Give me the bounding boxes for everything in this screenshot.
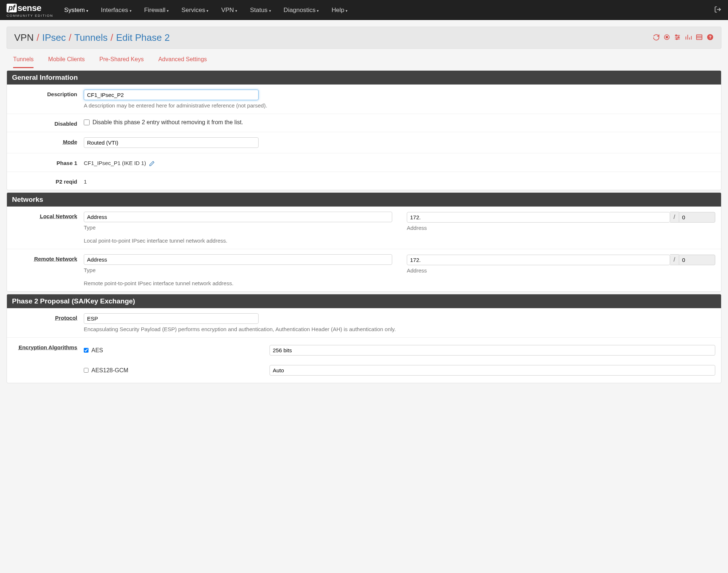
breadcrumb-tunnels[interactable]: Tunnels (74, 32, 108, 43)
logout-icon[interactable] (714, 6, 721, 15)
logo-pf: pf (7, 4, 17, 12)
phase1-edit-link[interactable] (147, 160, 155, 166)
caret-down-icon: ▾ (346, 9, 347, 13)
remote-type-select[interactable]: Address (84, 254, 392, 265)
svg-text:?: ? (709, 35, 711, 39)
help-description: A description may be entered here for ad… (84, 102, 715, 109)
enc-aes-bits-select[interactable]: 256 bits (269, 345, 715, 356)
sublabel-remote-type: Type (84, 267, 392, 273)
svg-rect-2 (666, 36, 668, 38)
breadcrumb-panel: VPN / IPsec / Tunnels / Edit Phase 2 ? (7, 27, 721, 49)
remote-cidr-select[interactable]: 0 (679, 255, 715, 265)
disabled-checkbox[interactable] (84, 119, 90, 125)
panel-phase2-proposal: Phase 2 Proposal (SA/Key Exchange) Proto… (7, 294, 721, 383)
breadcrumb-sep: / (111, 32, 113, 43)
phase1-value: CF1_IPsec_P1 (IKE ID 1) (84, 160, 146, 166)
caret-down-icon: ▾ (130, 9, 131, 13)
svg-point-6 (676, 35, 677, 36)
enc-aes128gcm-label: AES128-GCM (91, 367, 128, 374)
breadcrumb-sep: / (69, 32, 71, 43)
nav-help[interactable]: Help▾ (331, 7, 347, 14)
caret-down-icon: ▾ (206, 9, 208, 13)
tab-tunnels[interactable]: Tunnels (13, 56, 34, 68)
label-protocol: Protocol (13, 313, 84, 321)
label-local-network: Local Network (13, 212, 84, 219)
nav-interfaces[interactable]: Interfaces▾ (101, 7, 131, 14)
breadcrumb-sep: / (36, 32, 39, 43)
label-remote-network: Remote Network (13, 254, 84, 262)
caret-down-icon: ▾ (86, 9, 88, 13)
caret-down-icon: ▾ (269, 9, 271, 13)
panel-header: General Information (7, 71, 721, 85)
enc-aes128gcm-checkbox[interactable] (84, 368, 88, 373)
pencil-icon (149, 161, 155, 166)
breadcrumb: VPN / IPsec / Tunnels / Edit Phase 2 (14, 32, 170, 43)
cidr-separator: / (670, 254, 679, 265)
nav-services[interactable]: Services▾ (181, 7, 208, 14)
tabs: Tunnels Mobile Clients Pre-Shared Keys A… (7, 49, 721, 68)
svg-rect-13 (697, 35, 702, 39)
panel-networks: Networks Local Network Address Type / (7, 192, 721, 292)
mode-select[interactable]: Routed (VTI) (84, 137, 259, 148)
nav-status[interactable]: Status▾ (250, 7, 271, 14)
breadcrumb-root: VPN (14, 32, 34, 43)
nav-system[interactable]: System▾ (64, 7, 88, 14)
nav-firewall[interactable]: Firewall▾ (144, 7, 169, 14)
caret-down-icon: ▾ (167, 9, 169, 13)
nav-items: System▾ Interfaces▾ Firewall▾ Services▾ … (64, 7, 714, 14)
local-cidr-select[interactable]: 0 (679, 212, 715, 223)
panel-header: Phase 2 Proposal (SA/Key Exchange) (7, 294, 721, 308)
tab-pre-shared-keys[interactable]: Pre-Shared Keys (99, 56, 144, 68)
local-address-input[interactable] (407, 212, 670, 223)
chart-icon[interactable] (685, 34, 692, 42)
label-disabled: Disabled (13, 119, 84, 127)
svg-point-8 (676, 38, 677, 39)
breadcrumb-current[interactable]: Edit Phase 2 (116, 32, 170, 43)
nav-vpn[interactable]: VPN▾ (221, 7, 237, 14)
top-navbar: pf sense COMMUNITY EDITION System▾ Inter… (0, 0, 728, 20)
svg-point-7 (678, 36, 679, 38)
sublabel-remote-address: Address (407, 267, 715, 274)
tab-advanced-settings[interactable]: Advanced Settings (158, 56, 207, 68)
help-remote-network: Remote point-to-point IPsec interface tu… (84, 280, 715, 286)
refresh-icon[interactable] (653, 34, 660, 42)
label-phase1: Phase 1 (13, 158, 84, 166)
sliders-icon[interactable] (674, 34, 681, 42)
logo[interactable]: pf sense COMMUNITY EDITION (7, 3, 53, 17)
enc-aes-checkbox[interactable] (84, 348, 88, 353)
caret-down-icon: ▾ (317, 9, 319, 13)
remote-address-input[interactable] (407, 255, 670, 265)
help-icon[interactable]: ? (707, 34, 714, 42)
p2reqid-value: 1 (84, 177, 715, 185)
page-action-icons: ? (653, 34, 714, 42)
description-input[interactable] (84, 90, 259, 100)
breadcrumb-ipsec[interactable]: IPsec (42, 32, 66, 43)
label-description: Description (13, 90, 84, 97)
panel-header: Networks (7, 193, 721, 207)
logo-sense: sense (17, 3, 42, 13)
help-local-network: Local point-to-point IPsec interface tun… (84, 238, 715, 244)
disabled-checkbox-row[interactable]: Disable this phase 2 entry without remov… (84, 119, 715, 126)
label-p2reqid: P2 reqid (13, 177, 84, 185)
sublabel-local-address: Address (407, 225, 715, 231)
label-mode: Mode (13, 137, 84, 145)
protocol-select[interactable]: ESP (84, 313, 259, 324)
help-protocol: Encapsulating Security Payload (ESP) per… (84, 326, 715, 332)
tab-mobile-clients[interactable]: Mobile Clients (48, 56, 84, 68)
logo-subtitle: COMMUNITY EDITION (7, 14, 53, 17)
cidr-separator: / (670, 212, 679, 223)
stop-target-icon[interactable] (664, 34, 670, 42)
disabled-text: Disable this phase 2 entry without remov… (93, 119, 243, 126)
nav-diagnostics[interactable]: Diagnostics▾ (284, 7, 319, 14)
local-type-select[interactable]: Address (84, 212, 392, 222)
list-icon[interactable] (696, 34, 703, 42)
label-encryption-algorithms: Encryption Algorithms (13, 343, 84, 350)
sublabel-local-type: Type (84, 224, 392, 231)
panel-general-information: General Information Description A descri… (7, 70, 721, 190)
enc-aes-label: AES (91, 347, 103, 354)
caret-down-icon: ▾ (235, 9, 237, 13)
enc-aes128gcm-bits-select[interactable]: Auto (269, 365, 715, 376)
